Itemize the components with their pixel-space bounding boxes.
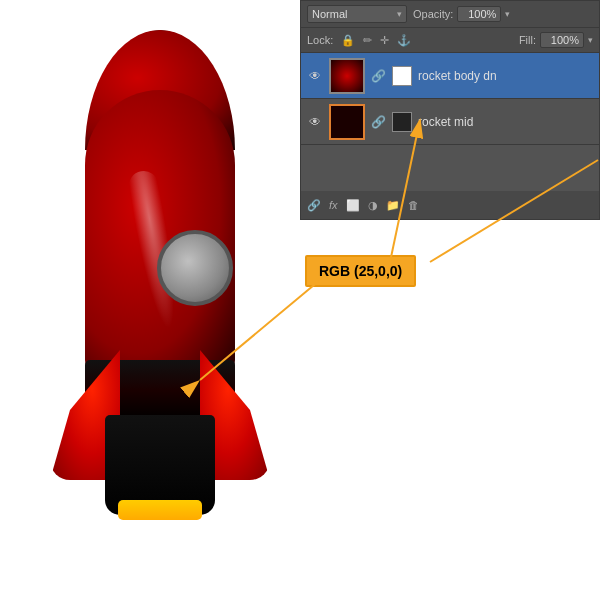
panel-link-icon[interactable]: 🔗 (307, 199, 321, 212)
layer-1-link-icon: 🔗 (371, 115, 386, 129)
opacity-field[interactable]: 100% (457, 6, 501, 22)
layer-row-0[interactable]: 👁 🔗 rocket body dn (301, 53, 599, 99)
panel-mask-icon[interactable]: ⬜ (346, 199, 360, 212)
rocket-illustration (50, 30, 270, 590)
blend-mode-label: Normal (312, 8, 347, 20)
fill-label: Fill: (519, 34, 536, 46)
layer-1-thumbnail (329, 104, 365, 140)
panel-bottom-bar: 🔗 fx ⬜ ◑ 📁 🗑 (301, 191, 599, 219)
rocket-window (157, 230, 233, 306)
layer-0-thumbnail (329, 58, 365, 94)
layer-0-visibility-icon[interactable]: 👁 (307, 68, 323, 84)
layer-1-mask-thumbnail (392, 112, 412, 132)
panel-fx-icon[interactable]: fx (329, 199, 338, 211)
layer-0-mask-thumbnail (392, 66, 412, 86)
rgb-tooltip-text: RGB (25,0,0) (319, 263, 402, 279)
rocket-nozzle (118, 500, 202, 520)
layer-row-1[interactable]: 👁 🔗 rocket mid (301, 99, 599, 145)
brush-icon: ✏ (363, 34, 372, 47)
opacity-label: Opacity: (413, 8, 453, 20)
anchor-icon: ⚓ (397, 34, 411, 47)
panel-top-bar: Normal ▾ Opacity: 100% ▾ (301, 1, 599, 28)
rgb-tooltip: RGB (25,0,0) (305, 255, 416, 287)
opacity-row: Opacity: 100% ▾ (413, 6, 510, 22)
blend-mode-select[interactable]: Normal ▾ (307, 5, 407, 23)
move-icon: ✛ (380, 34, 389, 47)
fill-dropdown-icon[interactable]: ▾ (588, 35, 593, 45)
lock-label: Lock: (307, 34, 333, 46)
panel-adjustment-icon[interactable]: ◑ (368, 199, 378, 212)
fill-field[interactable]: 100% (540, 32, 584, 48)
layer-1-visibility-icon[interactable]: 👁 (307, 114, 323, 130)
panel-folder-icon[interactable]: 📁 (386, 199, 400, 212)
opacity-dropdown-icon[interactable]: ▾ (505, 9, 510, 19)
blend-mode-dropdown-icon: ▾ (397, 9, 402, 19)
fill-row: Fill: 100% ▾ (519, 32, 593, 48)
lock-icon: 🔒 (341, 34, 355, 47)
panel-trash-icon[interactable]: 🗑 (408, 199, 419, 211)
layer-0-name: rocket body dn (418, 69, 593, 83)
layer-1-name: rocket mid (418, 115, 593, 129)
rocket-body (85, 90, 235, 380)
layers-panel: Normal ▾ Opacity: 100% ▾ Lock: 🔒 ✏ ✛ ⚓ F… (300, 0, 600, 220)
layer-0-link-icon: 🔗 (371, 69, 386, 83)
panel-second-bar: Lock: 🔒 ✏ ✛ ⚓ Fill: 100% ▾ (301, 28, 599, 53)
